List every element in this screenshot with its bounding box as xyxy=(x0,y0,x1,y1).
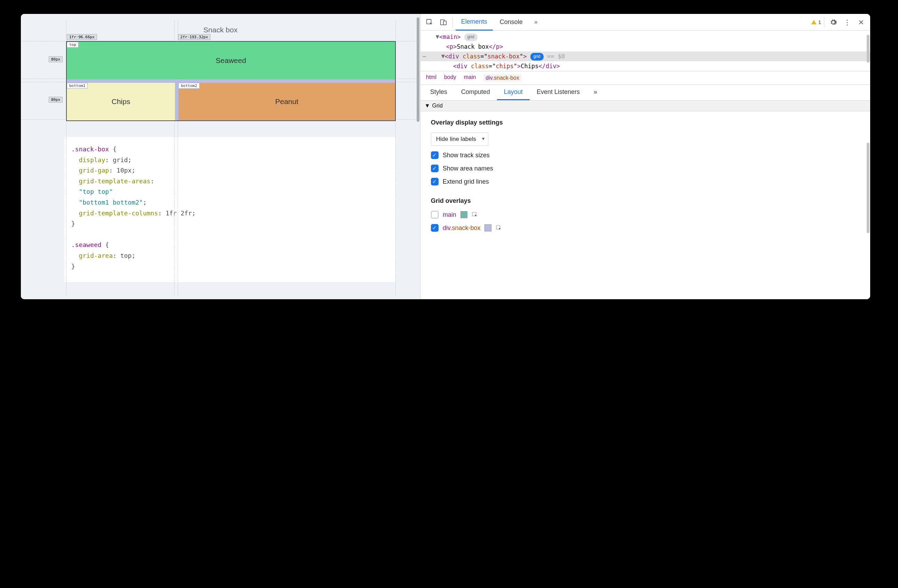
grid-cell-seaweed: top Seaweed xyxy=(67,42,395,79)
tab-console[interactable]: Console xyxy=(494,14,528,31)
subtab-event-listeners[interactable]: Event Listeners xyxy=(530,85,587,100)
checkbox-show-area-names[interactable]: ✓ Show area names xyxy=(431,165,860,172)
svg-rect-2 xyxy=(443,21,446,25)
close-icon[interactable] xyxy=(855,16,867,29)
grid-overlay-demo: 80px 80px 1fr·96.66px 2fr·193.32px top S… xyxy=(66,41,396,121)
subtab-computed[interactable]: Computed xyxy=(454,85,497,100)
checkbox-extend-grid-lines[interactable]: ✓ Extend grid lines xyxy=(431,178,860,185)
layout-pane: Overlay display settings Hide line label… xyxy=(420,111,870,245)
color-swatch[interactable] xyxy=(484,225,491,231)
checkbox-icon xyxy=(431,211,438,219)
area-name-label: top xyxy=(67,42,78,48)
grid-overlay-snack-box[interactable]: ✓ div.snack-box xyxy=(431,224,860,232)
gear-icon[interactable] xyxy=(827,16,840,29)
color-swatch[interactable] xyxy=(460,211,467,218)
device-toggle-icon[interactable] xyxy=(437,16,450,29)
checkbox-icon: ✓ xyxy=(431,224,438,232)
overlay-settings-heading: Overlay display settings xyxy=(431,119,860,126)
checkbox-icon: ✓ xyxy=(431,178,438,185)
inspect-icon[interactable] xyxy=(423,16,436,29)
checkbox-label: Show area names xyxy=(443,165,493,172)
highlight-icon[interactable] xyxy=(472,212,478,218)
toolbar-separator xyxy=(452,17,453,27)
styles-subtabs: Styles Computed Layout Event Listeners » xyxy=(420,85,870,100)
area-name-label: bottom1 xyxy=(67,83,88,89)
checkbox-icon: ✓ xyxy=(431,165,438,172)
select-value: Hide line labels xyxy=(436,136,476,142)
layout-scrollbar[interactable] xyxy=(867,143,869,233)
breadcrumb-item-active[interactable]: div.snack-box xyxy=(483,74,521,82)
dom-node-main[interactable]: ▼<main> grid xyxy=(420,32,870,42)
dom-node-chips[interactable]: <div class="chips">Chips</div> xyxy=(420,61,870,71)
grid-cell-peanut: bottom2 Peanut xyxy=(178,83,395,120)
viewport-scrollbar[interactable] xyxy=(417,17,420,122)
layout-section-header[interactable]: ▼ Grid xyxy=(420,100,870,111)
section-label: Grid xyxy=(432,103,443,109)
dom-tree[interactable]: ▼<main> grid <p>Snack box</p> ⋯ ▼<div cl… xyxy=(420,31,870,71)
dom-node-p[interactable]: <p>Snack box</p> xyxy=(420,42,870,51)
cell-text: Seaweed xyxy=(215,56,246,65)
checkbox-show-track-sizes[interactable]: ✓ Show track sizes xyxy=(431,151,860,159)
highlight-icon[interactable] xyxy=(496,225,502,231)
more-tabs-icon[interactable]: » xyxy=(530,16,542,29)
tab-elements[interactable]: Elements xyxy=(456,14,493,31)
cell-text: Chips xyxy=(112,97,131,106)
breadcrumb: html body main div.snack-box xyxy=(420,71,870,85)
warning-count: 1 xyxy=(818,19,821,25)
page-viewport: Snack box 80px 80px 1fr·96.66px 2fr·193.… xyxy=(21,14,420,299)
more-subtabs-icon[interactable]: » xyxy=(587,85,604,100)
col-size-label: 2fr·193.32px xyxy=(178,34,211,40)
css-code-block: .snack-box { display: grid; grid-gap: 10… xyxy=(65,137,396,282)
devtools-panel: Elements Console » 1 ⋮ ▼<main> grid xyxy=(420,14,870,299)
grid-cell-chips: bottom1 Chips xyxy=(67,83,175,120)
checkbox-label: Extend grid lines xyxy=(443,178,489,185)
subtab-layout[interactable]: Layout xyxy=(497,85,530,100)
col-size-label: 1fr·96.66px xyxy=(67,34,97,40)
breadcrumb-item[interactable]: main xyxy=(464,74,476,82)
grid-overlay-main[interactable]: main xyxy=(431,211,860,219)
checkbox-icon: ✓ xyxy=(431,151,438,159)
grid-badge[interactable]: grid xyxy=(530,53,544,60)
snack-box-grid: 1fr·96.66px 2fr·193.32px top Seaweed bot… xyxy=(66,41,396,121)
devtools-toolbar: Elements Console » 1 ⋮ xyxy=(420,14,870,31)
dom-scrollbar[interactable] xyxy=(867,35,869,63)
checkbox-label: Show track sizes xyxy=(443,152,490,159)
row-size-label: 80px xyxy=(49,56,63,62)
grid-overlays-heading: Grid overlays xyxy=(431,197,860,205)
dollar-zero: == $0 xyxy=(547,53,565,60)
cell-text: Peanut xyxy=(275,97,298,106)
overlay-name: div.snack-box xyxy=(443,225,481,232)
warning-badge[interactable]: 1 xyxy=(811,19,821,25)
overlay-name: main xyxy=(443,211,456,219)
kebab-menu-icon[interactable]: ⋮ xyxy=(841,16,853,29)
grid-badge[interactable]: grid xyxy=(464,34,478,41)
line-labels-select[interactable]: Hide line labels xyxy=(431,132,488,146)
devtools-window: Snack box 80px 80px 1fr·96.66px 2fr·193.… xyxy=(21,14,870,299)
area-name-label: bottom2 xyxy=(178,83,199,89)
subtab-styles[interactable]: Styles xyxy=(423,85,454,100)
dom-node-snack-box[interactable]: ⋯ ▼<div class="snack-box"> grid == $0 xyxy=(420,51,870,61)
chevron-down-icon: ▼ xyxy=(424,103,430,109)
breadcrumb-item[interactable]: body xyxy=(444,74,456,82)
toolbar-separator xyxy=(824,17,824,27)
breadcrumb-item[interactable]: html xyxy=(426,74,437,82)
row-size-label: 80px xyxy=(49,97,63,103)
ellipsis-icon: ⋯ xyxy=(423,51,426,61)
